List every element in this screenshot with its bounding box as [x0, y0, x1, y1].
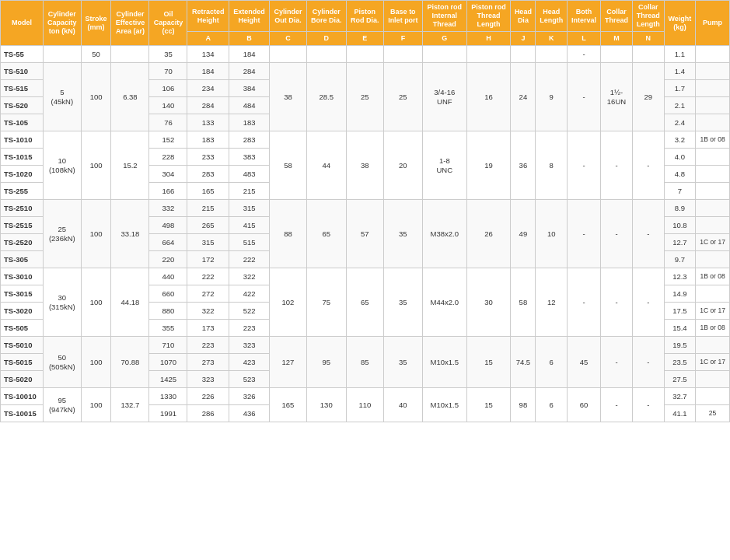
cell-A: 223 [187, 337, 229, 354]
cell-F: 35 [383, 337, 422, 388]
cell-B: 423 [229, 354, 269, 371]
cell-H [466, 46, 511, 63]
cell-B: 223 [229, 320, 269, 337]
cell-E: 110 [346, 388, 383, 422]
cell-eff-area: 6.38 [111, 63, 149, 131]
cell-pump: 1C or 17 [696, 234, 730, 251]
cell-B: 323 [229, 337, 269, 354]
cell-C: 58 [270, 131, 306, 200]
cell-A: 165 [187, 183, 229, 200]
cell-pump [696, 251, 730, 268]
cell-B: 415 [229, 217, 269, 234]
cell-J: 49 [511, 200, 536, 268]
cell-L: - [568, 46, 601, 63]
cell-L: - [568, 200, 601, 268]
col-header-eff-area: CylinderEffectiveArea (ar) [111, 1, 149, 46]
col-header-extended: ExtendedHeight [229, 1, 269, 32]
cell-pump: 25 [696, 405, 730, 422]
cell-F: 35 [383, 268, 422, 337]
cell-weight: 15.4 [664, 320, 696, 337]
cell-capacity: 5 (45kN) [43, 63, 81, 131]
cell-capacity: 50 (505kN) [43, 337, 81, 388]
cell-model: TS-505 [1, 320, 44, 337]
cell-A: 322 [187, 303, 229, 320]
cell-L: - [568, 268, 601, 337]
cell-weight: 12.7 [664, 234, 696, 251]
cell-M: - [601, 268, 633, 337]
col-header-base-inlet: Base toInlet port [383, 1, 422, 32]
cell-K: 9 [536, 63, 568, 131]
cell-pump [696, 217, 730, 234]
cell-oil: 332 [149, 200, 187, 217]
cell-D: 65 [306, 200, 346, 268]
cell-model: TS-2510 [1, 200, 44, 217]
cell-weight: 12.3 [664, 268, 696, 285]
cell-pump: 1B or 08 [696, 268, 730, 285]
cell-stroke: 100 [81, 131, 111, 200]
col-header-model: Model [1, 1, 44, 46]
col-header-oil: OilCapacity(cc) [149, 1, 187, 46]
cell-model: TS-3015 [1, 285, 44, 303]
cell-weight: 7 [664, 183, 696, 200]
cell-G: M38x2.0 [422, 200, 466, 268]
cell-stroke: 100 [81, 63, 111, 131]
col-sub-h: H [466, 32, 511, 46]
cell-A: 233 [187, 149, 229, 166]
cell-model: TS-255 [1, 183, 44, 200]
cell-J [511, 46, 536, 63]
cell-A: 323 [187, 371, 229, 388]
cell-pump [696, 97, 730, 114]
cell-pump [696, 285, 730, 303]
col-sub-m: M [601, 32, 633, 46]
cell-oil: 152 [149, 131, 187, 149]
cell-oil: 106 [149, 80, 187, 97]
cell-weight: 10.8 [664, 217, 696, 234]
cell-A: 234 [187, 80, 229, 97]
cell-K: 8 [536, 131, 568, 200]
cell-B: 322 [229, 268, 269, 285]
col-header-capacity: CylinderCapacityton (kN) [43, 1, 81, 46]
cell-model: TS-305 [1, 251, 44, 268]
cell-M [601, 46, 633, 63]
cell-pump [696, 149, 730, 166]
cell-B: 222 [229, 251, 269, 268]
cell-pump [696, 388, 730, 405]
cell-capacity: 25 (236kN) [43, 200, 81, 268]
cell-eff-area [111, 46, 149, 63]
cell-E [346, 46, 383, 63]
cell-pump [696, 80, 730, 97]
cell-E: 38 [346, 131, 383, 200]
cell-A: 184 [187, 63, 229, 80]
cell-oil: 304 [149, 166, 187, 183]
cell-weight: 4.0 [664, 149, 696, 166]
cell-oil: 220 [149, 251, 187, 268]
cell-stroke: 100 [81, 200, 111, 268]
cell-oil: 140 [149, 97, 187, 114]
cell-capacity: 10 (108kN) [43, 131, 81, 200]
cell-weight: 9.7 [664, 251, 696, 268]
cell-H: 19 [466, 131, 511, 200]
col-header-thread-length: Piston rodThreadLength [466, 1, 511, 32]
cell-model: TS-1020 [1, 166, 44, 183]
cell-K: 6 [536, 388, 568, 422]
col-header-stroke: Stroke(mm) [81, 1, 111, 46]
cell-F: 25 [383, 63, 422, 131]
cell-K: 10 [536, 200, 568, 268]
cell-weight: 1.1 [664, 46, 696, 63]
col-sub-d: D [306, 32, 346, 46]
cell-model: TS-520 [1, 97, 44, 114]
cell-oil: 498 [149, 217, 187, 234]
cell-model: TS-3010 [1, 268, 44, 285]
cell-A: 215 [187, 200, 229, 217]
cell-A: 286 [187, 405, 229, 422]
cell-eff-area: 15.2 [111, 131, 149, 200]
cell-oil: 166 [149, 183, 187, 200]
cell-weight: 4.8 [664, 166, 696, 183]
cell-B: 326 [229, 388, 269, 405]
cell-C [270, 46, 306, 63]
cell-model: TS-3020 [1, 303, 44, 320]
cell-eff-area: 33.18 [111, 200, 149, 268]
cell-oil: 76 [149, 114, 187, 131]
cell-A: 133 [187, 114, 229, 131]
cell-model: TS-10015 [1, 405, 44, 422]
